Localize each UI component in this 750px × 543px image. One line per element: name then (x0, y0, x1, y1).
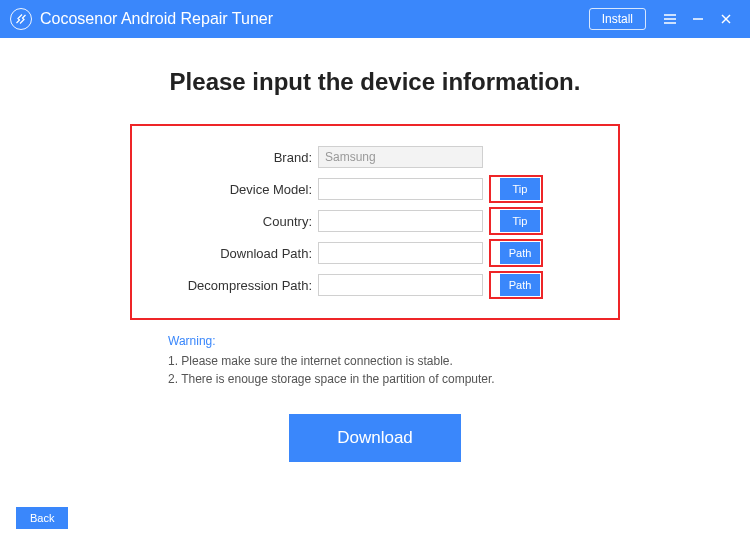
row-country: Country: Tip (148, 208, 602, 234)
country-tip-highlight: Tip (489, 207, 543, 235)
warning-title: Warning: (168, 334, 620, 348)
device-model-tip-button[interactable]: Tip (500, 178, 540, 200)
download-button[interactable]: Download (289, 414, 461, 462)
page-title: Please input the device information. (30, 68, 720, 96)
titlebar: Cocosenor Android Repair Tuner Install (0, 0, 750, 38)
close-icon[interactable] (712, 5, 740, 33)
menu-icon[interactable] (656, 5, 684, 33)
download-path-button[interactable]: Path (500, 242, 540, 264)
brand-label: Brand: (148, 150, 318, 165)
device-info-form: Brand: Device Model: Tip Country: Tip Do… (130, 124, 620, 320)
warning-block: Warning: 1. Please make sure the interne… (130, 334, 620, 386)
back-button[interactable]: Back (16, 507, 68, 529)
decompression-path-label: Decompression Path: (148, 278, 318, 293)
device-model-label: Device Model: (148, 182, 318, 197)
download-path-button-highlight: Path (489, 239, 543, 267)
country-field[interactable] (318, 210, 483, 232)
download-path-label: Download Path: (148, 246, 318, 261)
decompression-path-button-highlight: Path (489, 271, 543, 299)
download-path-field[interactable] (318, 242, 483, 264)
decompression-path-field[interactable] (318, 274, 483, 296)
warning-line-2: 2. There is enouge storage space in the … (168, 372, 620, 386)
country-tip-button[interactable]: Tip (500, 210, 540, 232)
row-brand: Brand: (148, 144, 602, 170)
warning-line-1: 1. Please make sure the internet connect… (168, 354, 620, 368)
row-decompression-path: Decompression Path: Path (148, 272, 602, 298)
install-button[interactable]: Install (589, 8, 646, 30)
country-label: Country: (148, 214, 318, 229)
device-model-tip-highlight: Tip (489, 175, 543, 203)
minimize-icon[interactable] (684, 5, 712, 33)
app-logo-icon (10, 8, 32, 30)
row-device-model: Device Model: Tip (148, 176, 602, 202)
row-download-path: Download Path: Path (148, 240, 602, 266)
app-title: Cocosenor Android Repair Tuner (40, 10, 589, 28)
brand-field (318, 146, 483, 168)
device-model-field[interactable] (318, 178, 483, 200)
decompression-path-button[interactable]: Path (500, 274, 540, 296)
content-area: Please input the device information. Bra… (0, 38, 750, 462)
